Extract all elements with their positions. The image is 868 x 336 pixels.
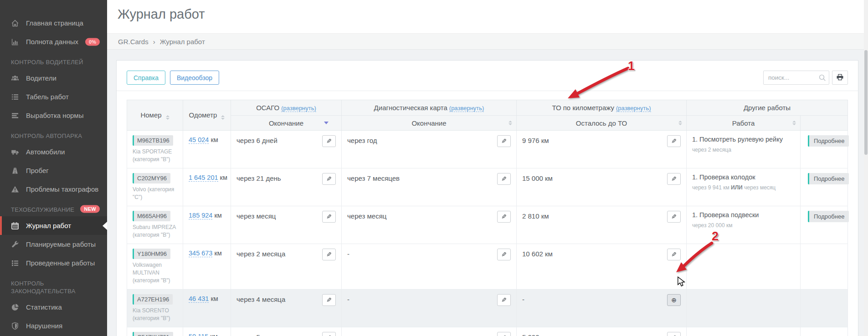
sidebar-item[interactable]: Пробег [0, 161, 107, 180]
search-box [763, 71, 829, 85]
sidebar-item[interactable]: Статистика [0, 298, 107, 316]
plate-badge: M665AH96 [133, 211, 170, 221]
breadcrumb-separator-icon: › [153, 38, 155, 46]
edit-button[interactable]: ✎ [322, 135, 336, 147]
odometer-link[interactable]: 1 645 201 [189, 174, 218, 182]
group-header-to: ТО по километражу(развернуть) [517, 100, 687, 116]
edit-button[interactable]: ✎ [667, 211, 681, 223]
col-header-odometer[interactable]: Одометр [183, 100, 231, 131]
sidebar-item[interactable]: Табель работ [0, 87, 107, 106]
odometer-link[interactable]: 50 115 [189, 333, 208, 336]
work-title: 1. Посмотреть рулевую рейку [692, 135, 795, 143]
edit-button[interactable]: ✎ [322, 249, 336, 260]
edit-button[interactable]: ✎ [497, 173, 511, 185]
subcol-work-label: Работа [732, 119, 755, 127]
work-title: 1. Проверка подвески [692, 211, 795, 219]
edit-button[interactable]: ✎ [497, 249, 511, 260]
subcol-to-left[interactable]: Осталось до ТО [517, 116, 687, 131]
details-button[interactable]: Подробнее [808, 211, 849, 222]
vehicle-name: Subaru IMPREZA (категория "B") [133, 224, 177, 239]
plate-cell: A727EH196Kia SORENTO (категория "B") [127, 290, 183, 327]
sidebar-item[interactable]: Проблемы тахографов [0, 180, 107, 199]
details-cell [801, 327, 848, 336]
sidebar-item[interactable]: Выработка нормы [0, 106, 107, 125]
percent-badge: 0% [85, 38, 100, 46]
details-cell: Подробнее [801, 206, 848, 244]
sort-icon [221, 115, 225, 120]
edit-button[interactable]: ✎ [497, 211, 511, 223]
vehicle-name: Kia SPORTAGE (категория "B") [133, 148, 177, 163]
diag-expand-link[interactable]: (развернуть) [449, 105, 484, 112]
scrollbar-thumb[interactable] [864, 50, 868, 155]
work-cell: 1. Проверка подвескичерез 20 000 км [687, 206, 801, 244]
subcol-details [801, 116, 848, 131]
col-header-number[interactable]: Номер [127, 100, 183, 131]
details-button[interactable]: Подробнее [808, 173, 849, 184]
to-expand-link[interactable]: (развернуть) [616, 105, 651, 112]
page-scrollbar[interactable] [864, 0, 868, 336]
work-journal-table: Номер Одометр ОСАГО(развернуть) Диагност… [127, 100, 848, 336]
cell-value: через 21 день [236, 173, 281, 182]
edit-button[interactable]: ✎ [667, 332, 681, 336]
edit-button[interactable]: ✎ [322, 173, 336, 185]
subcol-osago-end[interactable]: Окончание [231, 116, 342, 131]
edit-button[interactable]: ✎ [667, 173, 681, 185]
vehicle-name: Volkswagen MULTIVAN (категория "B") [133, 261, 177, 285]
video-overview-button[interactable]: Видеообзор [170, 71, 219, 85]
to-left-cell: 9 976 км✎ [517, 131, 687, 168]
add-work-button[interactable]: ⊕ [667, 294, 681, 306]
app-root: Главная страницаПолнота данных0%КОНТРОЛЬ… [0, 0, 868, 336]
sidebar-item-label: Табель работ [26, 93, 69, 101]
odometer-link[interactable]: 45 024 [189, 136, 209, 144]
cell-value: через месяц [236, 211, 276, 220]
breadcrumb-current: Журнал работ [160, 38, 205, 46]
diag-end-cell: -✎ [342, 290, 517, 327]
sidebar-item[interactable]: Планируемые работы [0, 235, 107, 254]
cell-value: - [347, 332, 349, 336]
edit-button[interactable]: ✎ [667, 135, 681, 147]
sidebar-item-label: Автомобили [26, 148, 65, 156]
calendar-icon [11, 222, 20, 230]
edit-button[interactable]: ✎ [322, 294, 336, 306]
subcol-diag-end[interactable]: Окончание [342, 116, 517, 131]
home-icon [11, 19, 20, 27]
to-left-cell: -⊕ [517, 290, 687, 327]
odometer-link[interactable]: 345 673 [189, 249, 212, 257]
cell-value: 15 000 км [522, 173, 553, 182]
sidebar-item[interactable]: Автомобили [0, 143, 107, 161]
odometer-link[interactable]: 46 431 [189, 295, 209, 303]
sidebar-item-label: Проведенные работы [26, 259, 95, 267]
breadcrumb-root[interactable]: GR.Cards [118, 38, 149, 46]
details-button[interactable]: Подробнее [808, 135, 849, 147]
sidebar-item[interactable]: Нарушения [0, 316, 107, 335]
col-header-odometer-label: Одометр [189, 111, 217, 119]
edit-button[interactable]: ✎ [322, 332, 336, 336]
sidebar-item[interactable]: Водители [0, 69, 107, 87]
sort-icon [792, 121, 796, 125]
edit-button[interactable]: ✎ [497, 135, 511, 147]
table-row: M962TB196Kia SPORTAGE (категория "B")45 … [127, 131, 848, 168]
edit-button[interactable]: ✎ [497, 332, 511, 336]
osago-expand-link[interactable]: (развернуть) [281, 105, 316, 112]
edit-button[interactable]: ✎ [322, 211, 336, 223]
sidebar-item[interactable]: Полнота данных0% [0, 32, 107, 51]
sidebar-item[interactable]: Главная страница [0, 14, 107, 32]
table-body: M962TB196Kia SPORTAGE (категория "B")45 … [127, 131, 848, 336]
edit-button[interactable]: ✎ [667, 249, 681, 260]
help-button[interactable]: Справка [127, 71, 165, 85]
print-button[interactable] [832, 71, 848, 85]
pencil-icon: ✎ [501, 214, 507, 220]
edit-button[interactable]: ✎ [497, 294, 511, 306]
sidebar-item[interactable]: Проведенные работы [0, 254, 107, 272]
sidebar-item-label: Пробег [26, 167, 49, 174]
plate-cell: M962TB196Kia SPORTAGE (категория "B") [127, 131, 183, 168]
drivers-icon [11, 74, 20, 82]
osago-end-cell: через 4 месяца✎ [231, 290, 342, 327]
sidebar-item[interactable]: Журнал работ [0, 216, 107, 235]
osago-end-cell: через 6 дней✎ [231, 131, 342, 168]
subcol-work[interactable]: Работа [687, 116, 801, 131]
printer-icon [836, 73, 844, 82]
odometer-link[interactable]: 185 924 [189, 212, 212, 219]
vehicle-name: Volvo (категория "C") [133, 186, 177, 201]
odometer-cell: 45 024 км [183, 131, 231, 168]
